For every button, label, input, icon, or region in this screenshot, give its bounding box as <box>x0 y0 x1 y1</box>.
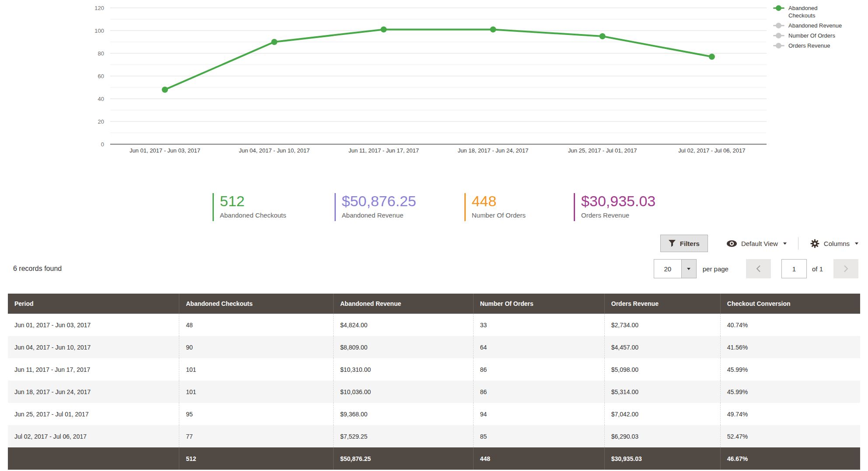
table-row: Jun 01, 2017 - Jun 03, 201748$4,824.0033… <box>8 314 860 336</box>
table-cell: $9,368.00 <box>334 403 474 425</box>
legend-item-number-of-orders[interactable]: Number Of Orders <box>773 32 844 39</box>
svg-text:100: 100 <box>94 28 104 34</box>
stat-label: Abandoned Revenue <box>342 211 416 219</box>
table-cell: 85 <box>473 425 604 447</box>
totals-cell: $30,935.03 <box>604 447 720 470</box>
per-page-select[interactable]: 20 <box>654 259 697 278</box>
legend-marker <box>773 32 784 39</box>
totals-cell: 448 <box>473 447 604 470</box>
legend-label: Number Of Orders <box>788 32 835 39</box>
totals-cell: 512 <box>179 447 334 470</box>
table-cell: Jul 02, 2017 - Jul 06, 2017 <box>8 425 179 447</box>
of-pages-label: of 1 <box>812 265 823 273</box>
stat-number-of-orders: 448Number Of Orders <box>464 193 526 221</box>
chevron-down-icon <box>855 242 858 245</box>
per-page-value: 20 <box>654 260 681 278</box>
legend-marker <box>773 22 784 29</box>
chevron-down-icon <box>783 242 787 245</box>
stat-value: $50,876.25 <box>342 193 416 209</box>
view-selector-button[interactable]: Default View <box>726 240 787 247</box>
table-cell: 77 <box>179 425 334 447</box>
table-row: Jun 18, 2017 - Jun 24, 2017101$10,036.00… <box>8 381 860 403</box>
table-cell: Jun 04, 2017 - Jun 10, 2017 <box>8 336 179 358</box>
pager: 20 per page of 1 <box>654 259 858 278</box>
table-cell: 49.74% <box>720 403 860 425</box>
column-header-abandoned-checkouts[interactable]: Abandoned Checkouts <box>179 294 334 314</box>
report-data-grid: PeriodAbandoned CheckoutsAbandoned Reven… <box>8 294 860 470</box>
page-number-input[interactable] <box>781 259 807 278</box>
table-cell: $5,314.00 <box>604 381 720 403</box>
svg-text:Jun 01, 2017 - Jun 03, 2017: Jun 01, 2017 - Jun 03, 2017 <box>129 147 200 154</box>
stat-abandoned-revenue: $50,876.25Abandoned Revenue <box>335 193 416 221</box>
svg-text:60: 60 <box>98 73 104 80</box>
table-cell: $2,734.00 <box>604 314 720 336</box>
table-cell: $10,036.00 <box>334 381 474 403</box>
records-found-summary: 6 records found <box>13 265 62 273</box>
previous-page-button[interactable] <box>746 259 771 278</box>
table-cell: $7,529.25 <box>334 425 474 447</box>
table-cell: Jun 11, 2017 - Jun 17, 2017 <box>8 358 179 381</box>
legend-item-abandoned-checkouts[interactable]: Abandoned Checkouts <box>773 4 844 19</box>
stat-label: Abandoned Checkouts <box>220 211 286 219</box>
filters-button[interactable]: Filters <box>660 235 708 252</box>
stat-label: Number Of Orders <box>472 211 526 219</box>
svg-text:Jun 25, 2017 - Jul 01, 2017: Jun 25, 2017 - Jul 01, 2017 <box>568 147 637 154</box>
stat-value: $30,935.03 <box>581 193 655 209</box>
table-row: Jun 25, 2017 - Jul 01, 201795$9,368.0094… <box>8 403 860 425</box>
column-header-abandoned-revenue[interactable]: Abandoned Revenue <box>334 294 474 314</box>
table-cell: 52.47% <box>720 425 860 447</box>
table-cell: Jun 01, 2017 - Jun 03, 2017 <box>8 314 179 336</box>
table-row: Jun 04, 2017 - Jun 10, 201790$8,809.0064… <box>8 336 860 358</box>
stat-orders-revenue: $30,935.03Orders Revenue <box>574 193 655 221</box>
column-header-number-of-orders[interactable]: Number Of Orders <box>473 294 604 314</box>
totals-cell: 46.67% <box>720 447 860 470</box>
next-page-button[interactable] <box>833 259 858 278</box>
table-cell: Jun 25, 2017 - Jul 01, 2017 <box>8 403 179 425</box>
columns-button[interactable]: Columns <box>810 239 858 249</box>
table-cell: $8,809.00 <box>334 336 474 358</box>
grid-toolbar: Filters Default View <box>0 234 858 253</box>
toolbar-divider <box>798 237 798 249</box>
svg-text:Jun 18, 2017 - Jun 24, 2017: Jun 18, 2017 - Jun 24, 2017 <box>458 147 529 154</box>
line-chart: 020406080100120Jun 01, 2017 - Jun 03, 20… <box>0 0 868 157</box>
legend-label: Orders Revenue <box>788 42 830 49</box>
table-cell: 86 <box>473 358 604 381</box>
table-cell: $4,824.00 <box>334 314 474 336</box>
stat-label: Orders Revenue <box>581 211 655 219</box>
summary-stats: 512Abandoned Checkouts$50,876.25Abandone… <box>0 193 868 221</box>
table-cell: 45.99% <box>720 358 860 381</box>
filters-label: Filters <box>680 240 700 247</box>
svg-text:0: 0 <box>101 141 104 148</box>
table-cell: 94 <box>473 403 604 425</box>
grid-totals-row: 512$50,876.25448$30,935.0346.67% <box>8 447 860 470</box>
legend-marker <box>773 42 784 49</box>
grid-header-row: PeriodAbandoned CheckoutsAbandoned Reven… <box>8 294 860 314</box>
table-row: Jun 11, 2017 - Jun 17, 2017101$10,310.00… <box>8 358 860 381</box>
legend-item-abandoned-revenue[interactable]: Abandoned Revenue <box>773 22 844 29</box>
table-cell: $10,310.00 <box>334 358 474 381</box>
records-pagination-row: 6 records found 20 per page of 1 <box>13 259 858 279</box>
gear-icon <box>810 239 820 249</box>
table-cell: $5,098.00 <box>604 358 720 381</box>
table-cell: 45.99% <box>720 381 860 403</box>
table-cell: 101 <box>179 381 334 403</box>
per-page-label: per page <box>703 265 729 273</box>
svg-text:120: 120 <box>94 5 104 11</box>
svg-text:Jul 02, 2017 - Jul 06, 2017: Jul 02, 2017 - Jul 06, 2017 <box>678 147 745 154</box>
legend-item-orders-revenue[interactable]: Orders Revenue <box>773 42 844 49</box>
column-header-orders-revenue[interactable]: Orders Revenue <box>604 294 720 314</box>
report-chart: 020406080100120Jun 01, 2017 - Jun 03, 20… <box>0 0 868 157</box>
totals-cell: $50,876.25 <box>334 447 474 470</box>
legend-marker <box>773 4 784 11</box>
column-header-period[interactable]: Period <box>8 294 179 314</box>
view-label: Default View <box>741 240 778 247</box>
select-arrow <box>681 260 696 278</box>
table-cell: 41.56% <box>720 336 860 358</box>
svg-text:80: 80 <box>98 50 104 57</box>
svg-text:Jun 04, 2017 - Jun 10, 2017: Jun 04, 2017 - Jun 10, 2017 <box>239 147 310 154</box>
chevron-left-icon <box>756 265 761 273</box>
stat-abandoned-checkouts: 512Abandoned Checkouts <box>213 193 286 221</box>
column-header-checkout-conversion[interactable]: Checkout Conversion <box>720 294 860 314</box>
svg-text:40: 40 <box>98 96 104 102</box>
svg-text:20: 20 <box>98 118 104 125</box>
